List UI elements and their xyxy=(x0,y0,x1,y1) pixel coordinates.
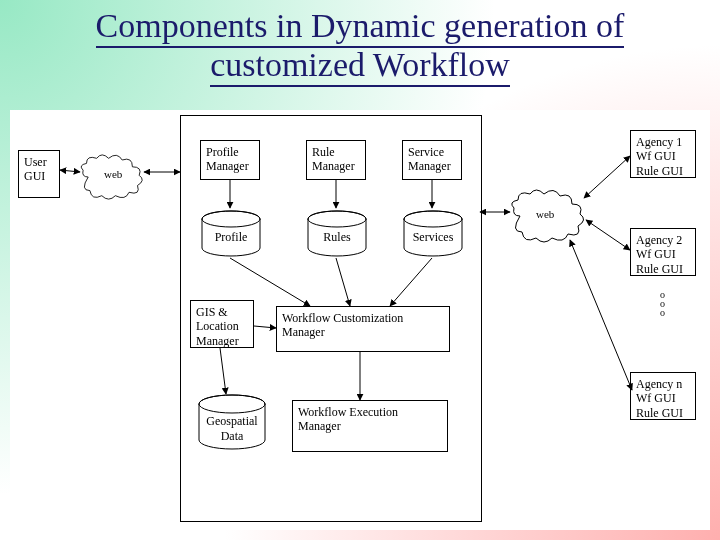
service-manager-box: Service Manager xyxy=(402,140,462,180)
svg-line-8 xyxy=(60,170,80,172)
workflow-execution-box: Workflow Execution Manager xyxy=(292,400,448,452)
title-line-1: Components in Dynamic generation of xyxy=(96,7,625,44)
diagram-canvas: User GUI web Profile Manager Rule Manage… xyxy=(10,110,710,530)
rules-db-label: Rules xyxy=(306,230,368,245)
gis-box: GIS & Location Manager xyxy=(190,300,254,348)
profile-manager-box: Profile Manager xyxy=(200,140,260,180)
profile-db-icon: Profile xyxy=(200,210,262,258)
title-line-2: customized Workflow xyxy=(210,46,510,83)
web-left-label: web xyxy=(104,168,122,180)
profile-db-label: Profile xyxy=(200,230,262,245)
slide-title: Components in Dynamic generation of cust… xyxy=(0,6,720,84)
slide: Components in Dynamic generation of cust… xyxy=(0,0,720,540)
user-gui-box: User GUI xyxy=(18,150,60,198)
services-db-label: Services xyxy=(402,230,464,245)
rule-manager-box: Rule Manager xyxy=(306,140,366,180)
svg-line-20 xyxy=(584,156,630,198)
web-right-label: web xyxy=(536,208,554,220)
svg-line-22 xyxy=(570,240,632,390)
ellipsis-icon: ooo xyxy=(660,290,665,317)
svg-line-21 xyxy=(586,220,630,250)
services-db-icon: Services xyxy=(402,210,464,258)
agency-n-box: Agency n Wf GUI Rule GUI xyxy=(630,372,696,420)
agency-2-box: Agency 2 Wf GUI Rule GUI xyxy=(630,228,696,276)
geospatial-db-label: Geospatial Data xyxy=(196,414,268,444)
agency-1-box: Agency 1 Wf GUI Rule GUI xyxy=(630,130,696,178)
rules-db-icon: Rules xyxy=(306,210,368,258)
workflow-customization-box: Workflow Customization Manager xyxy=(276,306,450,352)
geospatial-db-icon: Geospatial Data xyxy=(196,394,268,452)
